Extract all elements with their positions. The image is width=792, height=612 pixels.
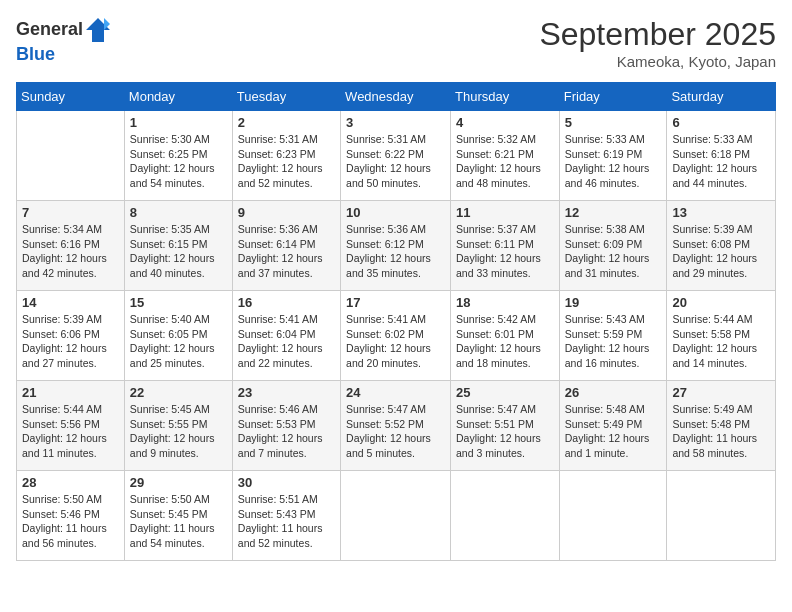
day-info: Sunrise: 5:51 AMSunset: 5:43 PMDaylight:… <box>238 492 335 551</box>
day-number: 27 <box>672 385 770 400</box>
weekday-header-monday: Monday <box>124 83 232 111</box>
day-number: 28 <box>22 475 119 490</box>
calendar-cell: 20Sunrise: 5:44 AMSunset: 5:58 PMDayligh… <box>667 291 776 381</box>
calendar-cell: 28Sunrise: 5:50 AMSunset: 5:46 PMDayligh… <box>17 471 125 561</box>
weekday-header-row: SundayMondayTuesdayWednesdayThursdayFrid… <box>17 83 776 111</box>
calendar-week-row: 21Sunrise: 5:44 AMSunset: 5:56 PMDayligh… <box>17 381 776 471</box>
calendar-week-row: 14Sunrise: 5:39 AMSunset: 6:06 PMDayligh… <box>17 291 776 381</box>
calendar-cell: 30Sunrise: 5:51 AMSunset: 5:43 PMDayligh… <box>232 471 340 561</box>
day-number: 8 <box>130 205 227 220</box>
day-info: Sunrise: 5:42 AMSunset: 6:01 PMDaylight:… <box>456 312 554 371</box>
day-info: Sunrise: 5:40 AMSunset: 6:05 PMDaylight:… <box>130 312 227 371</box>
day-number: 11 <box>456 205 554 220</box>
calendar-cell: 5Sunrise: 5:33 AMSunset: 6:19 PMDaylight… <box>559 111 667 201</box>
calendar-cell: 19Sunrise: 5:43 AMSunset: 5:59 PMDayligh… <box>559 291 667 381</box>
day-info: Sunrise: 5:38 AMSunset: 6:09 PMDaylight:… <box>565 222 662 281</box>
day-info: Sunrise: 5:45 AMSunset: 5:55 PMDaylight:… <box>130 402 227 461</box>
calendar-cell: 26Sunrise: 5:48 AMSunset: 5:49 PMDayligh… <box>559 381 667 471</box>
calendar-cell: 21Sunrise: 5:44 AMSunset: 5:56 PMDayligh… <box>17 381 125 471</box>
calendar-cell <box>559 471 667 561</box>
day-number: 2 <box>238 115 335 130</box>
day-info: Sunrise: 5:47 AMSunset: 5:51 PMDaylight:… <box>456 402 554 461</box>
weekday-header-thursday: Thursday <box>451 83 560 111</box>
day-info: Sunrise: 5:34 AMSunset: 6:16 PMDaylight:… <box>22 222 119 281</box>
day-info: Sunrise: 5:41 AMSunset: 6:04 PMDaylight:… <box>238 312 335 371</box>
day-info: Sunrise: 5:41 AMSunset: 6:02 PMDaylight:… <box>346 312 445 371</box>
calendar-cell: 1Sunrise: 5:30 AMSunset: 6:25 PMDaylight… <box>124 111 232 201</box>
calendar-cell: 15Sunrise: 5:40 AMSunset: 6:05 PMDayligh… <box>124 291 232 381</box>
location-subtitle: Kameoka, Kyoto, Japan <box>539 53 776 70</box>
day-number: 21 <box>22 385 119 400</box>
calendar-cell: 12Sunrise: 5:38 AMSunset: 6:09 PMDayligh… <box>559 201 667 291</box>
calendar-cell: 18Sunrise: 5:42 AMSunset: 6:01 PMDayligh… <box>451 291 560 381</box>
day-number: 5 <box>565 115 662 130</box>
month-title: September 2025 <box>539 16 776 53</box>
day-info: Sunrise: 5:36 AMSunset: 6:12 PMDaylight:… <box>346 222 445 281</box>
day-number: 6 <box>672 115 770 130</box>
logo-blue: Blue <box>16 44 55 64</box>
logo-general: General <box>16 19 83 39</box>
title-block: September 2025 Kameoka, Kyoto, Japan <box>539 16 776 70</box>
calendar-cell: 4Sunrise: 5:32 AMSunset: 6:21 PMDaylight… <box>451 111 560 201</box>
day-info: Sunrise: 5:39 AMSunset: 6:06 PMDaylight:… <box>22 312 119 371</box>
weekday-header-sunday: Sunday <box>17 83 125 111</box>
day-number: 23 <box>238 385 335 400</box>
calendar-cell: 8Sunrise: 5:35 AMSunset: 6:15 PMDaylight… <box>124 201 232 291</box>
day-info: Sunrise: 5:32 AMSunset: 6:21 PMDaylight:… <box>456 132 554 191</box>
calendar-cell: 25Sunrise: 5:47 AMSunset: 5:51 PMDayligh… <box>451 381 560 471</box>
logo-icon <box>84 16 112 44</box>
day-info: Sunrise: 5:43 AMSunset: 5:59 PMDaylight:… <box>565 312 662 371</box>
page-header: General Blue September 2025 Kameoka, Kyo… <box>16 16 776 70</box>
day-info: Sunrise: 5:49 AMSunset: 5:48 PMDaylight:… <box>672 402 770 461</box>
calendar-cell: 14Sunrise: 5:39 AMSunset: 6:06 PMDayligh… <box>17 291 125 381</box>
day-info: Sunrise: 5:33 AMSunset: 6:18 PMDaylight:… <box>672 132 770 191</box>
day-info: Sunrise: 5:36 AMSunset: 6:14 PMDaylight:… <box>238 222 335 281</box>
day-number: 10 <box>346 205 445 220</box>
day-number: 4 <box>456 115 554 130</box>
calendar-week-row: 1Sunrise: 5:30 AMSunset: 6:25 PMDaylight… <box>17 111 776 201</box>
calendar-cell: 11Sunrise: 5:37 AMSunset: 6:11 PMDayligh… <box>451 201 560 291</box>
calendar-cell: 22Sunrise: 5:45 AMSunset: 5:55 PMDayligh… <box>124 381 232 471</box>
calendar-cell: 24Sunrise: 5:47 AMSunset: 5:52 PMDayligh… <box>341 381 451 471</box>
day-info: Sunrise: 5:39 AMSunset: 6:08 PMDaylight:… <box>672 222 770 281</box>
day-number: 14 <box>22 295 119 310</box>
day-number: 1 <box>130 115 227 130</box>
day-info: Sunrise: 5:44 AMSunset: 5:58 PMDaylight:… <box>672 312 770 371</box>
calendar-cell: 23Sunrise: 5:46 AMSunset: 5:53 PMDayligh… <box>232 381 340 471</box>
calendar-cell: 7Sunrise: 5:34 AMSunset: 6:16 PMDaylight… <box>17 201 125 291</box>
day-info: Sunrise: 5:50 AMSunset: 5:45 PMDaylight:… <box>130 492 227 551</box>
day-info: Sunrise: 5:48 AMSunset: 5:49 PMDaylight:… <box>565 402 662 461</box>
weekday-header-friday: Friday <box>559 83 667 111</box>
day-info: Sunrise: 5:30 AMSunset: 6:25 PMDaylight:… <box>130 132 227 191</box>
day-number: 15 <box>130 295 227 310</box>
calendar-cell: 6Sunrise: 5:33 AMSunset: 6:18 PMDaylight… <box>667 111 776 201</box>
calendar-cell <box>667 471 776 561</box>
calendar-week-row: 7Sunrise: 5:34 AMSunset: 6:16 PMDaylight… <box>17 201 776 291</box>
day-info: Sunrise: 5:44 AMSunset: 5:56 PMDaylight:… <box>22 402 119 461</box>
day-number: 20 <box>672 295 770 310</box>
day-info: Sunrise: 5:46 AMSunset: 5:53 PMDaylight:… <box>238 402 335 461</box>
day-number: 25 <box>456 385 554 400</box>
day-info: Sunrise: 5:35 AMSunset: 6:15 PMDaylight:… <box>130 222 227 281</box>
day-number: 19 <box>565 295 662 310</box>
day-info: Sunrise: 5:37 AMSunset: 6:11 PMDaylight:… <box>456 222 554 281</box>
day-number: 29 <box>130 475 227 490</box>
calendar-cell: 27Sunrise: 5:49 AMSunset: 5:48 PMDayligh… <box>667 381 776 471</box>
calendar-week-row: 28Sunrise: 5:50 AMSunset: 5:46 PMDayligh… <box>17 471 776 561</box>
calendar-table: SundayMondayTuesdayWednesdayThursdayFrid… <box>16 82 776 561</box>
day-info: Sunrise: 5:33 AMSunset: 6:19 PMDaylight:… <box>565 132 662 191</box>
day-info: Sunrise: 5:31 AMSunset: 6:23 PMDaylight:… <box>238 132 335 191</box>
day-info: Sunrise: 5:47 AMSunset: 5:52 PMDaylight:… <box>346 402 445 461</box>
calendar-cell: 16Sunrise: 5:41 AMSunset: 6:04 PMDayligh… <box>232 291 340 381</box>
day-number: 30 <box>238 475 335 490</box>
calendar-cell: 10Sunrise: 5:36 AMSunset: 6:12 PMDayligh… <box>341 201 451 291</box>
calendar-cell: 13Sunrise: 5:39 AMSunset: 6:08 PMDayligh… <box>667 201 776 291</box>
day-number: 9 <box>238 205 335 220</box>
calendar-cell: 17Sunrise: 5:41 AMSunset: 6:02 PMDayligh… <box>341 291 451 381</box>
calendar-cell <box>17 111 125 201</box>
day-number: 18 <box>456 295 554 310</box>
calendar-cell <box>451 471 560 561</box>
day-number: 24 <box>346 385 445 400</box>
day-info: Sunrise: 5:50 AMSunset: 5:46 PMDaylight:… <box>22 492 119 551</box>
calendar-cell: 29Sunrise: 5:50 AMSunset: 5:45 PMDayligh… <box>124 471 232 561</box>
